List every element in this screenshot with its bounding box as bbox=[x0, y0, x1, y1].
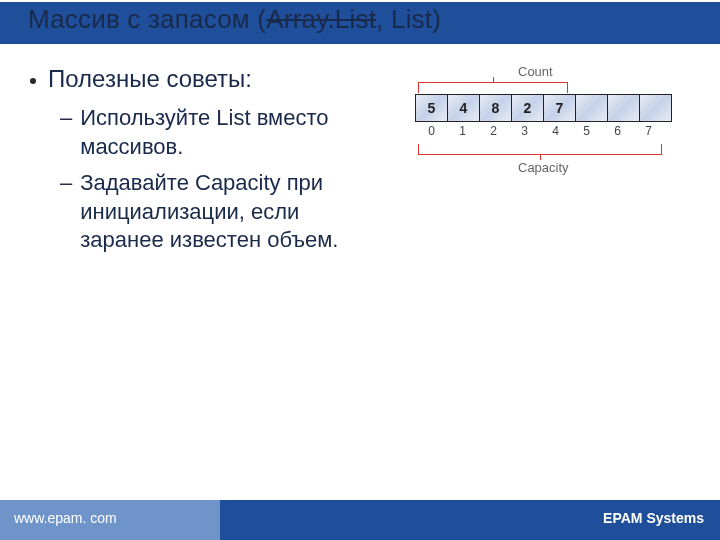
index-label: 3 bbox=[509, 124, 540, 138]
count-brace bbox=[418, 82, 568, 93]
index-label: 1 bbox=[447, 124, 478, 138]
content-area: Полезные советы: – Используйте List вмес… bbox=[0, 46, 720, 263]
sub-bullet-2-text: Задавайте Capacity при инициализации, ес… bbox=[80, 169, 384, 255]
footer-url: www.epam. com bbox=[14, 510, 117, 526]
array-cell: 2 bbox=[511, 94, 544, 122]
capacity-brace bbox=[418, 144, 662, 155]
bullet-main-text: Полезные советы: bbox=[48, 64, 252, 94]
title-rest: List) bbox=[391, 4, 441, 34]
title-prefix: Массив с запасом ( bbox=[28, 4, 266, 34]
footer-brand: EPAM Systems bbox=[603, 510, 704, 526]
index-label: 0 bbox=[416, 124, 447, 138]
slide-title: Массив с запасом (Array.List, List) bbox=[28, 4, 441, 35]
array-cell: 5 bbox=[415, 94, 448, 122]
array-cells: 5 4 8 2 7 bbox=[416, 94, 672, 122]
index-label: 5 bbox=[571, 124, 602, 138]
array-diagram: Count 5 4 8 2 7 0 1 2 3 4 5 6 7 Capacity bbox=[388, 64, 702, 214]
array-cell-empty bbox=[639, 94, 672, 122]
index-label: 7 bbox=[633, 124, 664, 138]
array-cell-empty bbox=[575, 94, 608, 122]
dash-icon: – bbox=[60, 104, 72, 132]
array-cell: 8 bbox=[479, 94, 512, 122]
sub-bullet-2: – Задавайте Capacity при инициализации, … bbox=[60, 169, 384, 255]
index-label: 6 bbox=[602, 124, 633, 138]
array-cell: 7 bbox=[543, 94, 576, 122]
title-bar: Массив с запасом (Array.List, List) bbox=[0, 0, 720, 46]
array-cell-empty bbox=[607, 94, 640, 122]
text-column: Полезные советы: – Используйте List вмес… bbox=[24, 64, 384, 263]
bullet-main: Полезные советы: bbox=[24, 64, 384, 94]
bullet-dot-icon bbox=[30, 78, 36, 84]
index-row: 0 1 2 3 4 5 6 7 bbox=[416, 124, 664, 138]
index-label: 4 bbox=[540, 124, 571, 138]
sub-bullet-1: – Используйте List вместо массивов. bbox=[60, 104, 384, 161]
capacity-label: Capacity bbox=[518, 160, 569, 175]
index-label: 2 bbox=[478, 124, 509, 138]
count-label: Count bbox=[518, 64, 553, 79]
array-cell: 4 bbox=[447, 94, 480, 122]
title-mid: , bbox=[376, 4, 391, 34]
sub-bullet-1-text: Используйте List вместо массивов. bbox=[80, 104, 384, 161]
dash-icon: – bbox=[60, 169, 72, 197]
title-deprecated: Array.List bbox=[266, 4, 376, 34]
footer-bar: www.epam. com EPAM Systems bbox=[0, 500, 720, 540]
